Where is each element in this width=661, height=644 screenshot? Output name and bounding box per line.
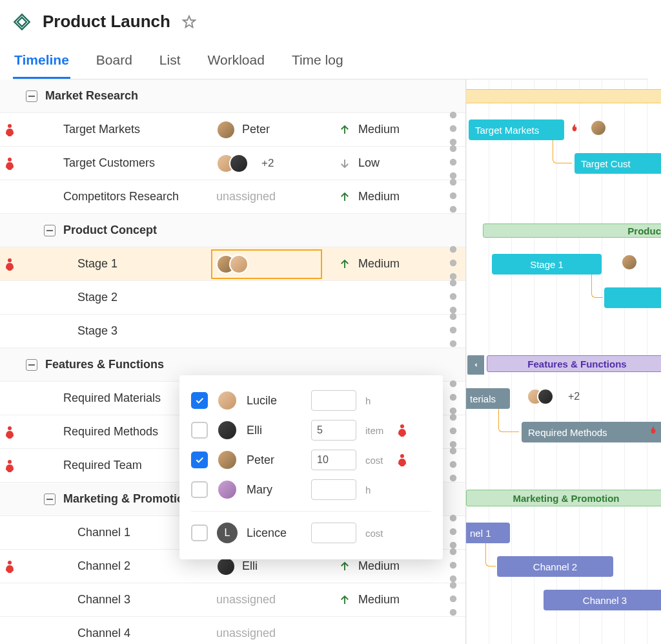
svg-point-41 — [450, 561, 457, 568]
checkbox[interactable] — [191, 452, 208, 468]
row-menu-icon[interactable] — [449, 379, 458, 418]
priority-cell[interactable]: Medium — [339, 123, 442, 136]
svg-point-18 — [450, 293, 457, 300]
assignee-cell[interactable]: +2 — [216, 154, 339, 173]
svg-rect-23 — [28, 364, 35, 366]
person-name: Elli — [247, 424, 302, 437]
assignee-name: Peter — [242, 123, 270, 136]
avatar — [217, 450, 238, 470]
content: Market Research Target Markets Peter Med… — [0, 79, 661, 644]
gantt-bar-materials[interactable]: terials — [466, 388, 510, 409]
tab-board[interactable]: Board — [95, 47, 134, 79]
priority-cell[interactable]: Low — [339, 156, 442, 170]
task-label: Stage 3 — [26, 324, 117, 338]
checkbox[interactable] — [191, 422, 208, 439]
title-row: Product Launch — [13, 12, 648, 32]
assignee-cell[interactable]: Peter — [216, 120, 339, 140]
gantt-group-bar-marketing[interactable]: Marketing & Promotion — [466, 490, 661, 506]
hours-input[interactable] — [311, 523, 356, 543]
checkbox[interactable] — [191, 525, 208, 541]
priority-cell[interactable]: Medium — [339, 593, 442, 607]
priority-cell[interactable]: Medium — [339, 559, 442, 573]
group-row-market-research[interactable]: Market Research — [0, 79, 465, 113]
tab-workload[interactable]: Workload — [207, 47, 266, 79]
gantt-bar-stage1[interactable]: Stage 1 — [492, 254, 602, 275]
assignee-popover: Lucile h Elli item Peter cost Mary h — [179, 375, 443, 559]
row-menu-icon[interactable] — [449, 110, 458, 149]
gantt-bar-stage2[interactable] — [604, 287, 661, 308]
task-row-stage1[interactable]: Stage 1 Medium — [0, 247, 465, 281]
arrow-up-icon — [339, 258, 351, 270]
header: Product Launch Timeline Board List Workl… — [0, 0, 661, 79]
group-row-product-concept[interactable]: Product Concept — [0, 214, 465, 247]
star-icon[interactable] — [182, 15, 196, 29]
gantt-panel[interactable]: Target Markets Target Cust Product Stage… — [466, 79, 661, 644]
collapse-toggle[interactable] — [26, 359, 37, 371]
assignee-cell[interactable] — [216, 254, 339, 274]
svg-point-40 — [450, 548, 457, 555]
gantt-bar-target-markets[interactable]: Target Markets — [469, 119, 564, 140]
group-label: Market Research — [45, 89, 138, 103]
priority-cell[interactable]: Medium — [339, 257, 442, 271]
tab-timeline[interactable]: Timeline — [13, 47, 70, 79]
task-label: Stage 2 — [26, 291, 117, 304]
assignee-cell[interactable]: Elli — [216, 557, 339, 576]
gantt-group-bar[interactable] — [466, 89, 661, 103]
gantt-bar-channel1[interactable]: nel 1 — [466, 523, 510, 543]
collapse-arrow-button[interactable] — [467, 355, 484, 375]
collapse-toggle[interactable] — [26, 90, 37, 102]
collapse-toggle[interactable] — [44, 493, 56, 505]
avatar — [590, 119, 607, 136]
gantt-group-bar-product-concept[interactable]: Product — [483, 223, 661, 238]
tab-list[interactable]: List — [158, 47, 182, 79]
unit-label: h — [365, 484, 389, 495]
gantt-bar-methods[interactable]: Required Methods — [522, 422, 661, 442]
svg-point-25 — [450, 393, 457, 400]
gantt-bar-channel3[interactable]: Channel 3 — [544, 590, 661, 610]
project-title: Product Launch — [43, 12, 170, 32]
collapse-toggle[interactable] — [44, 225, 56, 236]
svg-point-9 — [450, 178, 457, 185]
task-row-target-customers[interactable]: Target Customers +2 Low — [0, 147, 465, 180]
row-menu-icon[interactable] — [449, 178, 458, 216]
assignee-cell[interactable]: unassigned — [216, 593, 339, 607]
task-row-channel4[interactable]: Channel 4 unassigned — [0, 617, 465, 644]
row-menu-icon[interactable] — [449, 514, 458, 552]
svg-point-17 — [450, 279, 457, 286]
svg-point-47 — [400, 454, 404, 458]
row-menu-icon[interactable] — [449, 312, 458, 351]
gantt-group-bar-features[interactable]: Features & Functions — [487, 355, 661, 372]
row-menu-icon[interactable] — [449, 581, 458, 619]
task-row-channel3[interactable]: Channel 3 unassigned Medium — [0, 583, 465, 617]
hours-input[interactable] — [311, 479, 356, 500]
checkbox[interactable] — [191, 392, 208, 409]
row-menu-icon[interactable] — [449, 413, 458, 452]
dependency-line — [553, 140, 572, 163]
hours-input[interactable] — [311, 420, 356, 441]
task-label: Channel 2 — [26, 559, 130, 573]
checkbox[interactable] — [191, 481, 208, 498]
row-menu-icon[interactable] — [449, 278, 458, 317]
row-menu-icon[interactable] — [449, 245, 458, 284]
arrow-up-icon — [339, 191, 351, 203]
task-row-stage2[interactable]: Stage 2 — [0, 281, 465, 315]
task-row-competitors[interactable]: Competitors Research unassigned Medium — [0, 180, 465, 214]
hours-input[interactable] — [311, 450, 356, 470]
task-row-stage3[interactable]: Stage 3 — [0, 315, 465, 348]
svg-rect-35 — [46, 499, 53, 500]
row-menu-icon[interactable] — [449, 547, 458, 586]
svg-point-20 — [450, 313, 457, 320]
assignee-cell[interactable]: unassigned — [216, 190, 339, 203]
task-label: Competitors Research — [26, 190, 179, 203]
task-row-target-markets[interactable]: Target Markets Peter Medium — [0, 113, 465, 147]
tab-timelog[interactable]: Time log — [290, 47, 345, 79]
priority-cell[interactable]: Medium — [339, 190, 442, 203]
gantt-bar-channel2[interactable]: Channel 2 — [497, 556, 613, 577]
gantt-bar-target-customers[interactable]: Target Cust — [575, 153, 661, 174]
row-menu-icon[interactable] — [449, 144, 458, 183]
hours-input[interactable] — [311, 390, 356, 411]
avatar — [229, 154, 249, 173]
row-menu-icon[interactable] — [449, 446, 458, 485]
assignee-cell[interactable]: unassigned — [216, 627, 339, 640]
overload-icon — [5, 560, 14, 573]
